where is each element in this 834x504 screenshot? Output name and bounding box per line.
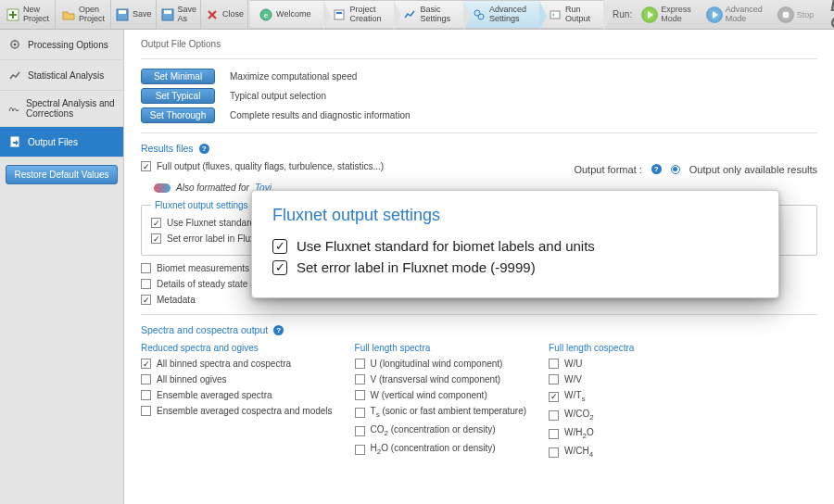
metadata-label: Metadata (157, 295, 196, 305)
stats-icon (7, 68, 22, 82)
output-format-radio[interactable] (671, 165, 680, 174)
w-checkbox[interactable] (355, 390, 365, 400)
new-project-button[interactable]: New Project (0, 0, 56, 29)
spectra-columns: Reduced spectra and ogives ✓All binned s… (141, 343, 817, 464)
fluxnet-settings-legend: Fluxnet output settings (151, 200, 252, 210)
sidebar-item-processing-options[interactable]: Processing Options (0, 30, 123, 60)
basic-settings-icon (403, 8, 416, 21)
save-button[interactable]: Save (111, 0, 157, 29)
wts-checkbox[interactable]: ✓ (549, 392, 559, 402)
u-checkbox[interactable] (355, 359, 365, 369)
chk-label: H2O (concentration or density) (371, 443, 496, 456)
brand-logo: LI-COR (819, 0, 834, 29)
chk-label: W (vertical wind component) (371, 390, 487, 400)
col-header: Full length cospectra (549, 343, 715, 353)
set-typical-button[interactable]: Set Typical (141, 88, 215, 104)
fluxnet-error-checkbox[interactable]: ✓ (151, 233, 161, 244)
run-output-icon (549, 8, 562, 21)
new-project-icon (6, 7, 20, 22)
wizard-tab-project-creation[interactable]: Project Creation (323, 0, 394, 29)
sidebar-item-label: Spectral Analysis and Corrections (26, 98, 116, 119)
play-icon (706, 6, 723, 23)
save-as-label: Save As (178, 6, 197, 24)
svg-rect-15 (550, 11, 560, 19)
set-typical-desc: Typical output selection (230, 91, 326, 101)
ensemble-spectra-checkbox[interactable] (141, 390, 151, 400)
save-as-button[interactable]: Save As (157, 0, 202, 29)
ts-checkbox[interactable] (355, 408, 365, 418)
callout-title: Fluxnet output settings (272, 206, 758, 225)
help-icon[interactable]: ? (199, 144, 209, 154)
restore-defaults-button[interactable]: Restore Default Values (6, 165, 118, 184)
divider (141, 314, 817, 315)
spectra-col-reduced: Reduced spectra and ogives ✓All binned s… (141, 343, 333, 464)
divider (141, 58, 817, 59)
wizard-tab-label: Project Creation (349, 6, 381, 24)
spectra-col-full-cospectra: Full length cospectra W/U W/V ✓W/Ts W/CO… (549, 343, 715, 464)
sidebar-item-label: Processing Options (28, 40, 108, 50)
spectra-title: Spectra and cospectra output (141, 324, 268, 335)
steady-state-checkbox[interactable] (141, 279, 151, 289)
full-output-checkbox[interactable]: ✓ (141, 161, 151, 171)
set-thorough-button[interactable]: Set Thorough (141, 107, 215, 123)
sidebar-item-statistical-analysis[interactable]: Statistical Analysis (0, 60, 123, 91)
close-label: Close (222, 10, 244, 19)
wizard-tab-advanced-settings[interactable]: Advanced Settings (463, 0, 539, 29)
callout-fluxnet-error-checkbox[interactable]: ✓ (272, 260, 287, 275)
svg-rect-11 (335, 10, 344, 19)
sidebar: Processing Options Statistical Analysis … (0, 30, 124, 504)
tovi-icon (154, 183, 171, 193)
callout-fluxnet-standard-checkbox[interactable]: ✓ (272, 239, 287, 254)
set-minimal-button[interactable]: Set Minimal (141, 69, 215, 84)
wv-checkbox[interactable] (549, 374, 559, 384)
save-icon (115, 7, 130, 22)
callout-row2-label: Set error label in Fluxnet mode (-9999) (297, 259, 536, 275)
open-project-button[interactable]: Open Project (56, 0, 111, 29)
sidebar-item-output-files[interactable]: Output Files (0, 127, 123, 158)
run-express-button[interactable]: Express Mode (636, 4, 697, 26)
h2o-checkbox[interactable] (355, 445, 365, 455)
divider (141, 132, 817, 133)
sidebar-item-spectral-analysis[interactable]: Spectral Analysis and Corrections (0, 91, 123, 127)
co2-checkbox[interactable] (355, 426, 365, 436)
save-as-icon (160, 7, 175, 22)
svg-point-14 (478, 14, 484, 19)
run-advanced-button[interactable]: Advanced Mode (701, 4, 768, 26)
chk-label: W/H2O (564, 427, 594, 440)
svg-rect-6 (164, 10, 171, 14)
output-file-options-title: Output File Options (141, 39, 817, 49)
open-project-label: Open Project (79, 6, 105, 24)
top-toolbar: New Project Open Project Save Save As Cl… (0, 0, 834, 30)
run-label: Run: (613, 9, 632, 19)
wizard-tabs: e Welcome Project Creation Basic Setting… (250, 0, 603, 29)
metadata-checkbox[interactable]: ✓ (141, 295, 151, 305)
wco2-checkbox[interactable] (549, 410, 559, 421)
close-button[interactable]: Close (201, 0, 248, 29)
open-project-icon (61, 7, 76, 22)
all-binned-ogives-checkbox[interactable] (141, 374, 151, 384)
stop-button[interactable]: Stop (772, 5, 820, 25)
fluxnet-standard-checkbox[interactable]: ✓ (151, 218, 161, 228)
help-icon[interactable]: ? (273, 325, 284, 335)
wizard-tab-label: Advanced Settings (489, 6, 526, 24)
save-label: Save (133, 10, 152, 19)
col-header: Reduced spectra and ogives (141, 343, 333, 353)
help-icon[interactable]: ? (651, 164, 662, 174)
biomet-checkbox[interactable] (141, 263, 151, 273)
spectra-col-full-spectra: Full length spectra U (longitudinal wind… (355, 343, 527, 464)
stop-label: Stop (797, 10, 815, 19)
svg-rect-4 (119, 10, 126, 14)
chk-label: W/U (564, 359, 582, 369)
v-checkbox[interactable] (355, 374, 365, 384)
all-binned-spectra-checkbox[interactable]: ✓ (141, 359, 151, 369)
wizard-tab-run-output[interactable]: Run Output (539, 0, 603, 29)
wch4-checkbox[interactable] (549, 447, 559, 458)
wh2o-checkbox[interactable] (549, 429, 559, 439)
output-format-label: Output format : (574, 164, 641, 175)
also-formatted-prefix: Also formatted for (176, 183, 249, 193)
wu-checkbox[interactable] (549, 359, 559, 369)
sidebar-item-label: Statistical Analysis (28, 70, 104, 81)
ensemble-cospectra-checkbox[interactable] (141, 406, 151, 416)
wizard-tab-basic-settings[interactable]: Basic Settings (394, 0, 463, 29)
wizard-tab-welcome[interactable]: e Welcome (250, 0, 323, 29)
